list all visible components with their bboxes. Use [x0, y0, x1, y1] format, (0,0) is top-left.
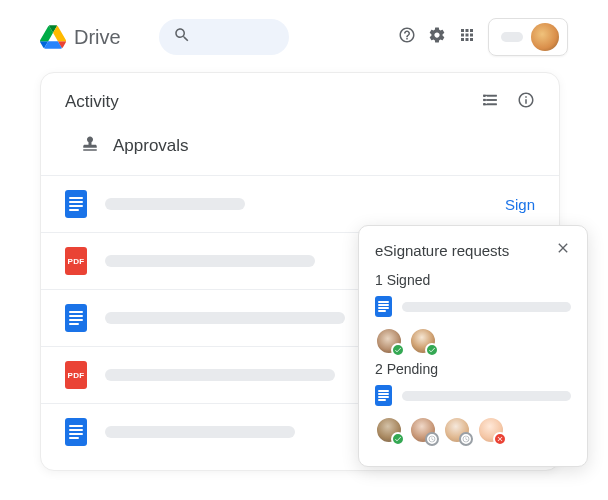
svg-rect-0	[483, 95, 485, 97]
signed-section-label: 1 Signed	[375, 272, 571, 288]
header-actions	[398, 18, 568, 56]
esignature-popup-header: eSignature requests	[375, 240, 571, 260]
pending-section-label: 2 Pending	[375, 361, 571, 377]
svg-rect-5	[487, 103, 497, 105]
pdf-file-icon: PDF	[65, 247, 87, 275]
pdf-file-icon: PDF	[65, 361, 87, 389]
doc-file-icon	[65, 304, 87, 332]
file-name-placeholder	[402, 391, 571, 401]
esignature-file-row[interactable]	[375, 385, 571, 406]
signer-avatar[interactable]	[375, 416, 403, 444]
svg-rect-4	[487, 99, 497, 101]
file-name-placeholder	[105, 369, 335, 381]
approvals-section-header: Approvals	[41, 121, 559, 175]
signer-avatar[interactable]	[443, 416, 471, 444]
settings-icon[interactable]	[428, 26, 446, 48]
status-signed-icon	[425, 343, 439, 357]
close-icon[interactable]	[555, 240, 571, 260]
signer-avatar[interactable]	[477, 416, 505, 444]
signer-avatar[interactable]	[409, 327, 437, 355]
svg-rect-3	[487, 95, 497, 97]
svg-rect-1	[483, 99, 485, 101]
status-signed-icon	[391, 343, 405, 357]
status-pending-icon	[425, 432, 439, 446]
app-name: Drive	[74, 26, 121, 49]
approvals-label: Approvals	[113, 136, 189, 156]
status-pending-icon	[459, 432, 473, 446]
account-label-placeholder	[501, 32, 523, 42]
status-signed-icon	[391, 432, 405, 446]
signer-avatars	[375, 327, 571, 355]
signer-avatars	[375, 416, 571, 444]
app-header: Drive	[0, 0, 608, 56]
status-rejected-icon	[493, 432, 507, 446]
approvals-stamp-icon	[81, 135, 99, 157]
doc-file-icon	[65, 190, 87, 218]
file-name-placeholder	[105, 312, 345, 324]
drive-logo-group[interactable]: Drive	[40, 25, 121, 49]
apps-icon[interactable]	[458, 26, 476, 48]
help-icon[interactable]	[398, 26, 416, 48]
signer-avatar[interactable]	[375, 327, 403, 355]
esignature-requests-popup: eSignature requests 1 Signed 2 Pending	[358, 225, 588, 467]
sign-action[interactable]: Sign	[505, 196, 535, 213]
file-name-placeholder	[402, 302, 571, 312]
doc-file-icon	[375, 385, 392, 406]
file-row[interactable]: Sign	[41, 175, 559, 232]
user-avatar	[531, 23, 559, 51]
search-input[interactable]	[159, 19, 289, 55]
file-name-placeholder	[105, 198, 245, 210]
info-icon[interactable]	[517, 91, 535, 113]
account-switcher[interactable]	[488, 18, 568, 56]
signer-avatar[interactable]	[409, 416, 437, 444]
file-name-placeholder	[105, 426, 295, 438]
activity-panel-header: Activity	[41, 73, 559, 121]
esignature-title: eSignature requests	[375, 242, 509, 259]
esignature-file-row[interactable]	[375, 296, 571, 317]
svg-rect-2	[483, 103, 485, 105]
list-view-icon[interactable]	[481, 91, 499, 113]
drive-logo-icon	[40, 25, 66, 49]
search-icon	[173, 26, 191, 48]
doc-file-icon	[375, 296, 392, 317]
file-name-placeholder	[105, 255, 315, 267]
activity-title: Activity	[65, 92, 119, 112]
doc-file-icon	[65, 418, 87, 446]
